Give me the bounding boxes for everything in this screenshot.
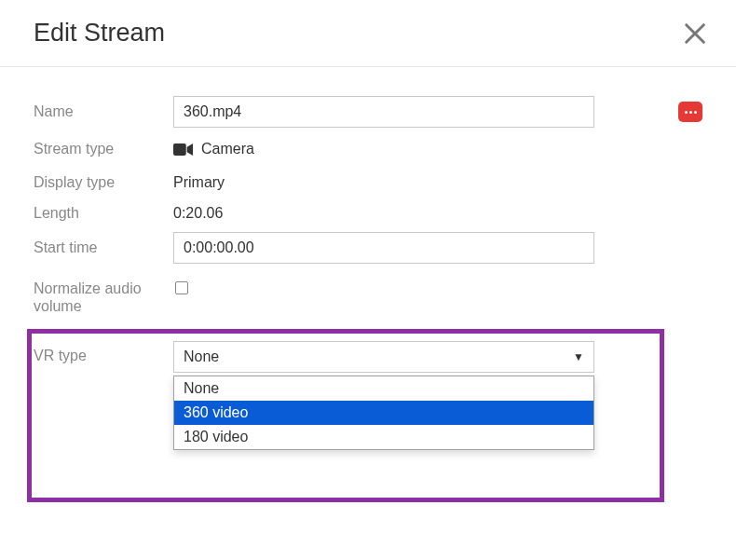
label-stream-type: Stream type (34, 140, 173, 157)
display-type-value: Primary (173, 174, 225, 191)
label-length: Length (34, 204, 173, 222)
form-body: Name Stream type Camera Display type Pri… (0, 67, 736, 373)
row-length: Length 0:20.06 (34, 199, 702, 227)
label-name: Name (34, 102, 173, 120)
row-display-type: Display type Primary (34, 166, 702, 199)
svg-rect-2 (173, 143, 186, 156)
row-start-time: Start time (34, 227, 702, 268)
browse-button[interactable] (678, 102, 702, 122)
vr-type-dropdown: None 360 video 180 video (173, 376, 594, 450)
dialog-title: Edit Stream (34, 19, 165, 48)
label-display-type: Display type (34, 173, 173, 191)
close-button[interactable] (682, 20, 708, 47)
length-value: 0:20.06 (173, 205, 223, 222)
row-vr-type: VR type None ▼ None 360 video 180 video (34, 341, 702, 373)
vr-option-180[interactable]: 180 video (174, 425, 593, 449)
vr-type-select[interactable]: None ▼ (173, 341, 594, 373)
start-time-input[interactable] (173, 232, 594, 264)
vr-option-none[interactable]: None (174, 376, 593, 401)
close-icon (682, 20, 708, 47)
row-stream-type: Stream type Camera (34, 132, 702, 166)
row-normalize: Normalize audio volume (34, 280, 702, 315)
vr-option-360[interactable]: 360 video (174, 401, 593, 425)
row-name: Name (34, 91, 702, 132)
stream-type-value: Camera (201, 141, 254, 157)
label-start-time: Start time (34, 239, 173, 256)
dialog-header: Edit Stream (0, 0, 736, 67)
vr-type-selected: None (184, 348, 219, 365)
camera-icon (173, 143, 194, 157)
normalize-checkbox[interactable] (175, 281, 188, 294)
label-normalize: Normalize audio volume (34, 280, 173, 315)
chevron-down-icon: ▼ (573, 350, 584, 363)
name-input[interactable] (173, 96, 594, 128)
label-vr-type: VR type (34, 341, 173, 364)
